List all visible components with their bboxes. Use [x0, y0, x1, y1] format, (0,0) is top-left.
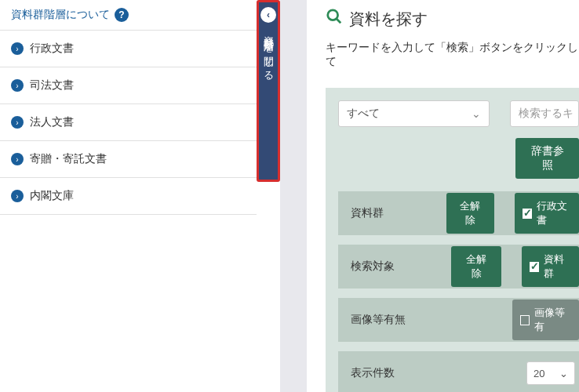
sidebar: 資料群階層について ? › 行政文書 › 司法文書 › 法人文書 › 寄贈・寄託…	[0, 0, 257, 392]
svg-point-0	[328, 10, 338, 20]
scope-select-value: すべて	[347, 107, 380, 121]
chevron-right-icon: ›	[11, 153, 24, 165]
sidebar-item-gyosei[interactable]: › 行政文書	[0, 31, 257, 67]
search-title-text: 資料を探す	[349, 9, 428, 30]
per-page-select[interactable]: 20 ⌄	[526, 361, 575, 385]
collapse-label: 資料群階層を閉じる	[261, 27, 275, 77]
chip-label: 行政文書	[537, 199, 571, 227]
chip-shiryogun[interactable]: 資料群	[522, 246, 579, 287]
dictionary-button[interactable]: 辞書参照	[515, 138, 579, 179]
chip-label: 画像等有	[534, 306, 571, 334]
filter-label: 資料群	[338, 206, 446, 220]
chevron-right-icon: ›	[11, 79, 24, 92]
per-page-value: 20	[533, 368, 544, 379]
chip-label: 資料群	[544, 252, 571, 281]
scrollbar-track[interactable]	[280, 0, 307, 392]
checkbox-icon	[523, 209, 531, 219]
chevron-left-icon: ‹	[260, 7, 276, 23]
sidebar-item-label: 寄贈・寄託文書	[30, 152, 107, 166]
chevron-down-icon: ⌄	[472, 107, 481, 120]
clear-target-button[interactable]: 全解除	[451, 246, 501, 287]
search-icon	[326, 8, 343, 30]
collapse-sidebar-button[interactable]: ‹ 資料群階層を閉じる	[257, 0, 280, 182]
chevron-right-icon: ›	[11, 42, 24, 55]
filter-row-perpage: 表示件数 20 ⌄	[338, 351, 579, 392]
sidebar-item-label: 法人文書	[30, 115, 74, 129]
keyword-input[interactable]: 検索するキ	[510, 100, 579, 127]
sidebar-item-hojin[interactable]: › 法人文書	[0, 104, 257, 141]
clear-group-button[interactable]: 全解除	[446, 193, 495, 234]
chevron-right-icon: ›	[11, 190, 24, 202]
main-panel: 資料を探す キーワードを入力して「検索」ボタンをクリックして すべて ⌄ 検索す…	[307, 0, 579, 392]
filter-label: 画像等有無	[338, 313, 452, 327]
search-heading: 資料を探す	[326, 8, 579, 30]
sidebar-header[interactable]: 資料群階層について ?	[0, 0, 257, 31]
filter-row-target: 検索対象 全解除 資料群	[338, 245, 579, 289]
filter-row-group: 資料群 全解除 行政文書	[338, 191, 579, 235]
sidebar-item-shiho[interactable]: › 司法文書	[0, 67, 257, 104]
sidebar-item-kizo[interactable]: › 寄贈・寄託文書	[0, 141, 257, 178]
search-form: すべて ⌄ 検索するキ 辞書参照 資料群 全解除 行政文書 検	[326, 88, 579, 392]
keyword-placeholder: 検索するキ	[519, 107, 574, 121]
svg-line-1	[337, 19, 341, 24]
sidebar-item-naikaku[interactable]: › 内閣文庫	[0, 178, 257, 215]
filter-label: 表示件数	[338, 366, 461, 380]
checkbox-icon	[520, 315, 530, 325]
sidebar-item-label: 内閣文庫	[30, 189, 74, 203]
chip-gyosei[interactable]: 行政文書	[515, 193, 579, 234]
chevron-down-icon: ⌄	[559, 368, 568, 379]
chevron-right-icon: ›	[11, 116, 24, 129]
filter-label: 検索対象	[338, 260, 451, 274]
filter-row-image: 画像等有無 画像等有	[338, 298, 579, 342]
checkbox-icon	[530, 262, 539, 272]
scope-select[interactable]: すべて ⌄	[338, 100, 490, 127]
hierarchy-about-link[interactable]: 資料群階層について	[11, 8, 110, 22]
sidebar-item-label: 司法文書	[30, 78, 74, 93]
search-description: キーワードを入力して「検索」ボタンをクリックして	[326, 41, 579, 69]
sidebar-item-label: 行政文書	[30, 42, 74, 56]
chip-image[interactable]: 画像等有	[512, 299, 579, 340]
help-icon[interactable]: ?	[115, 8, 129, 22]
